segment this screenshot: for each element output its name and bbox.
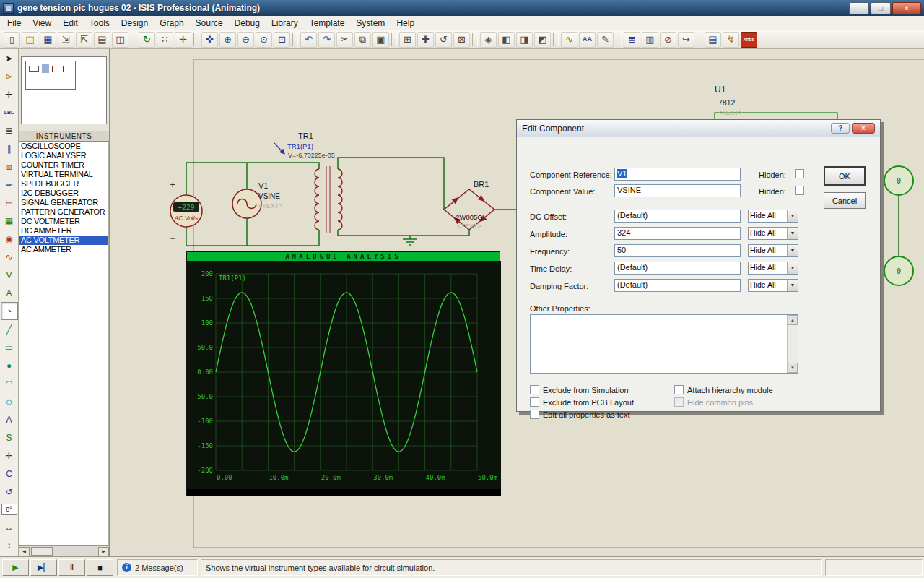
chevron-down-icon[interactable]: ▼ [787, 210, 798, 222]
terminal-mode-icon[interactable]: ⊸ [1, 176, 18, 194]
virtual-instrument-mode-icon[interactable]: ◔ [1, 302, 18, 320]
voltage-probe-mode-icon[interactable]: V [1, 266, 18, 284]
current-probe-mode-icon[interactable]: A [1, 284, 18, 302]
menu-file[interactable]: File [1, 17, 27, 30]
copy-icon[interactable]: ⧉ [354, 32, 371, 48]
close-button[interactable]: × [892, 2, 921, 14]
property-input[interactable]: (Default) [614, 262, 741, 275]
instrument-list-item[interactable]: I2C DEBUGGER [19, 189, 108, 198]
line-2d-icon[interactable]: ╱ [1, 320, 18, 338]
print-icon[interactable]: ▤ [94, 32, 110, 48]
netlist-to-ares-icon[interactable]: ARES [741, 32, 757, 48]
cut-icon[interactable]: ✂ [336, 32, 353, 48]
component-mode-icon[interactable]: ⊳ [1, 67, 18, 85]
checkbox[interactable] [530, 385, 539, 394]
scroll-down-icon[interactable]: ▼ [788, 363, 798, 373]
path-2d-icon[interactable]: ◇ [1, 392, 18, 410]
analogue-analysis-window[interactable]: ANALOGUE ANALYSIS 20015010050.00.00-50.0… [186, 251, 500, 496]
goto-sheet-icon[interactable]: ↪ [678, 32, 694, 48]
mirror-vertical-icon[interactable]: ↕ [1, 536, 18, 554]
instrument-list-item[interactable]: VIRTUAL TERMINAL [19, 170, 108, 179]
graph-title[interactable]: ANALOGUE ANALYSIS [187, 252, 500, 261]
text-2d-icon[interactable]: A [1, 410, 18, 428]
block-copy-icon[interactable]: ⊞ [399, 32, 416, 48]
generator-mode-icon[interactable]: ∿ [1, 248, 18, 266]
menu-help[interactable]: Help [391, 17, 420, 30]
menu-source[interactable]: Source [190, 17, 229, 30]
block-rotate-icon[interactable]: ↺ [435, 32, 452, 48]
new-design-icon[interactable]: ▯ [4, 32, 20, 48]
scroll-up-icon[interactable]: ▲ [788, 315, 798, 325]
reference-hidden-checkbox[interactable] [795, 169, 804, 178]
value-hidden-checkbox[interactable] [795, 186, 804, 195]
block-move-icon[interactable]: ✚ [417, 32, 434, 48]
instrument-list-item[interactable]: LOGIC ANALYSER [19, 151, 108, 160]
minimize-button[interactable]: _ [849, 2, 869, 14]
step-button[interactable]: ▶▏ [30, 559, 57, 576]
save-design-icon[interactable]: ▦ [40, 32, 56, 48]
play-button[interactable]: ▶ [2, 559, 29, 576]
menu-tools[interactable]: Tools [84, 17, 116, 30]
instrument-list-item[interactable]: SPI DEBUGGER [19, 179, 108, 189]
redo-icon[interactable]: ↷ [318, 32, 335, 48]
schematic-area[interactable]: +229 AC Volts + − V1 VSINE <TEXT> [110, 49, 924, 556]
text-script-mode-icon[interactable]: ≣ [1, 121, 18, 139]
marker-2d-icon[interactable]: ✛ [1, 447, 18, 465]
search-tag-icon[interactable]: AA [579, 32, 596, 48]
menu-design[interactable]: Design [116, 17, 154, 30]
wire-autorouter-icon[interactable]: ∿ [561, 32, 578, 48]
instrument-list-item[interactable]: COUNTER TIMER [19, 160, 108, 170]
chevron-down-icon[interactable]: ▼ [787, 228, 798, 239]
transformer-tr1-component[interactable]: TR1 TR1(P1) V=-6.70225e-05 [287, 131, 342, 233]
dialog-titlebar[interactable]: Edit Component ? × [517, 120, 880, 137]
dialog-help-button[interactable]: ? [831, 123, 850, 134]
redraw-icon[interactable]: ↻ [139, 32, 155, 48]
chevron-down-icon[interactable]: ▼ [787, 280, 798, 291]
open-design-icon[interactable]: ◱ [22, 32, 38, 48]
menu-library[interactable]: Library [266, 17, 304, 30]
instrument-list-item[interactable]: DC AMMETER [19, 226, 108, 236]
subcircuit-mode-icon[interactable]: ⧈ [1, 158, 18, 176]
scrollbar-track[interactable] [30, 547, 98, 556]
junction-dot-mode-icon[interactable]: ✛ [1, 85, 18, 103]
graph-mode-icon[interactable]: ▦ [1, 212, 18, 230]
maximize-button[interactable]: □ [871, 2, 891, 14]
new-sheet-icon[interactable]: ▥ [642, 32, 658, 48]
property-input[interactable]: (Default) [614, 210, 741, 223]
bill-of-materials-icon[interactable]: ▤ [705, 32, 721, 48]
menu-template[interactable]: Template [304, 17, 351, 30]
box-2d-icon[interactable]: ▭ [1, 338, 18, 356]
property-input[interactable]: 324 [614, 227, 741, 240]
symbol-2d-icon[interactable]: S [1, 428, 18, 447]
cancel-button[interactable]: Cancel [824, 192, 866, 209]
zoom-in-icon[interactable]: ⊕ [219, 32, 236, 48]
checkbox[interactable] [674, 385, 684, 394]
menu-graph[interactable]: Graph [154, 17, 189, 30]
component-reference-input[interactable]: V1 [614, 168, 741, 181]
menu-system[interactable]: System [350, 17, 391, 30]
zoom-out-icon[interactable]: ⊖ [237, 32, 254, 48]
scrollbar-thumb[interactable] [31, 547, 53, 556]
property-assignment-icon[interactable]: ✎ [597, 32, 614, 48]
menu-view[interactable]: View [27, 17, 57, 30]
undo-icon[interactable]: ↶ [300, 32, 317, 48]
property-input[interactable]: 50 [614, 244, 741, 257]
visibility-dropdown[interactable]: Hide All ▼ [748, 227, 798, 240]
ok-button[interactable]: OK [824, 166, 866, 186]
packaging-tool-icon[interactable]: ◨ [516, 32, 533, 48]
message-cell[interactable]: i 2 Message(s) [117, 559, 198, 576]
pick-device-icon[interactable]: ◈ [480, 32, 497, 48]
visibility-dropdown[interactable]: Hide All ▼ [748, 279, 798, 292]
arc-2d-icon[interactable]: ◠ [1, 374, 18, 392]
textarea-scrollbar[interactable]: ▲ ▼ [787, 315, 798, 373]
instrument-list-item[interactable]: OSCILLOSCOPE [19, 142, 108, 151]
instrument-list-item[interactable]: PATTERN GENERATOR [19, 207, 108, 217]
scroll-right-button[interactable]: ▶ [98, 547, 109, 556]
tape-recorder-mode-icon[interactable]: ◉ [1, 230, 18, 248]
overview-panel[interactable] [21, 56, 107, 124]
electrical-rule-check-icon[interactable]: ↯ [723, 32, 739, 48]
paste-icon[interactable]: ▣ [372, 32, 389, 48]
vsine-source-component[interactable]: V1 VSINE <TEXT> [232, 181, 283, 218]
component-value-input[interactable]: VSINE [614, 184, 741, 197]
bridge-rectifier-component[interactable]: BR1 2W005G <TEXT> [444, 180, 494, 230]
